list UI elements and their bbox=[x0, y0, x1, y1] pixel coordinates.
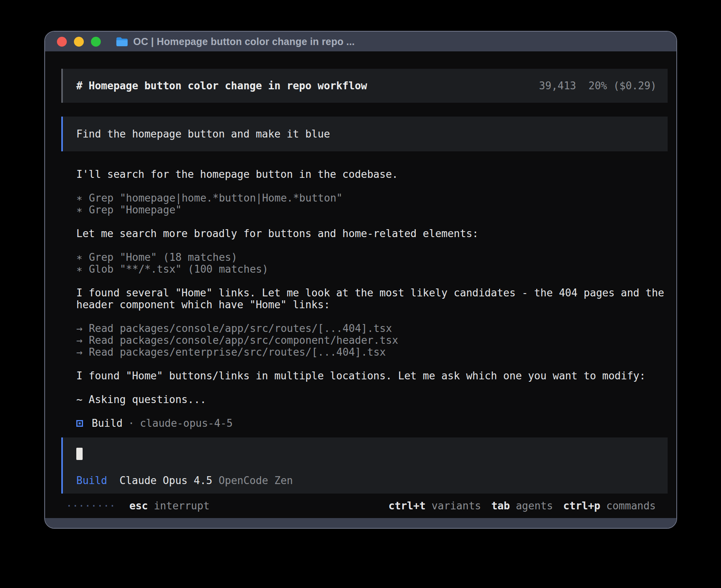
shortcut-label: agents bbox=[516, 500, 553, 512]
tool-call-label: Grep "homepage|home.*button|Home.*button… bbox=[89, 192, 343, 204]
agent-name: Build bbox=[92, 417, 123, 429]
tool-call-label: Grep "Homepage" bbox=[89, 204, 182, 216]
tool-call-label: Read packages/console/app/src/routes/[..… bbox=[89, 322, 392, 334]
tool-call-label: Read packages/console/app/src/component/… bbox=[89, 334, 398, 346]
tool-call-group: ∗ Grep "homepage|home.*button|Home.*butt… bbox=[76, 192, 668, 216]
agent-model-name: claude-opus-4-5 bbox=[140, 417, 233, 429]
shortcut-variants: ctrl+t variants bbox=[389, 500, 481, 512]
assistant-intro-text: I'll search for the homepage button in t… bbox=[76, 168, 668, 180]
shortcut-key: tab bbox=[491, 500, 510, 512]
provider-label: OpenCode Zen bbox=[219, 475, 293, 486]
tool-arrow-icon: → bbox=[76, 334, 83, 346]
assistant-text: I found several "Home" links. Let me loo… bbox=[76, 287, 668, 311]
tool-arrow-icon: → bbox=[76, 346, 83, 358]
tool-call-read: → Read packages/console/app/src/componen… bbox=[76, 334, 668, 346]
close-button[interactable] bbox=[57, 37, 67, 47]
agent-status-line: Build · claude-opus-4-5 bbox=[76, 417, 668, 429]
tool-call-group: → Read packages/console/app/src/routes/[… bbox=[76, 322, 668, 358]
status-bar-right: ctrl+t variants tab agents ctrl+p comman… bbox=[389, 500, 656, 512]
user-message: Find the homepage button and make it blu… bbox=[61, 117, 668, 151]
shortcut-key-esc: esc bbox=[129, 500, 148, 512]
tool-pending-icon: ∗ bbox=[76, 263, 83, 275]
model-label[interactable]: Claude Opus 4.5 bbox=[119, 475, 212, 486]
spinner-dots-icon: ········ bbox=[66, 500, 115, 512]
assistant-text-line: header component which have "Home" links… bbox=[76, 299, 668, 311]
terminal-content[interactable]: # Homepage button color change in repo w… bbox=[45, 51, 676, 518]
minimize-button[interactable] bbox=[74, 37, 84, 47]
tool-call-grep: ∗ Grep "Home" (18 matches) bbox=[76, 251, 668, 263]
traffic-lights bbox=[57, 37, 101, 47]
tool-call-grep: ∗ Grep "Homepage" bbox=[76, 204, 668, 216]
tool-pending-icon: ∗ bbox=[76, 204, 83, 216]
zoom-button[interactable] bbox=[91, 37, 101, 47]
shortcut-label: variants bbox=[432, 500, 481, 512]
status-bar-left: ········ esc interrupt bbox=[66, 500, 210, 512]
status-bar: ········ esc interrupt ctrl+t variants t… bbox=[61, 500, 668, 512]
assistant-text: I found "Home" buttons/links in multiple… bbox=[76, 370, 668, 382]
session-title: # Homepage button color change in repo w… bbox=[76, 80, 367, 92]
mode-label[interactable]: Build bbox=[76, 475, 107, 486]
window-title: OC | Homepage button color change in rep… bbox=[133, 36, 355, 47]
tool-pending-icon: ∗ bbox=[76, 251, 83, 263]
tool-call-read: → Read packages/enterprise/src/routes/[.… bbox=[76, 346, 668, 358]
shortcut-label-interrupt: interrupt bbox=[154, 500, 210, 512]
user-message-text: Find the homepage button and make it blu… bbox=[76, 128, 330, 140]
build-agent-icon bbox=[76, 420, 83, 427]
input-mode-line: Build Claude Opus 4.5 OpenCode Zen bbox=[76, 475, 657, 486]
agent-separator: · bbox=[128, 417, 134, 429]
shortcut-label: commands bbox=[606, 500, 656, 512]
tool-pending-icon: ∗ bbox=[76, 192, 83, 204]
window-bottom-edge bbox=[45, 518, 676, 528]
tool-call-read: → Read packages/console/app/src/routes/[… bbox=[76, 322, 668, 334]
tool-call-glob: ∗ Glob "**/*.tsx" (100 matches) bbox=[76, 263, 668, 275]
tool-call-group: ∗ Grep "Home" (18 matches) ∗ Glob "**/*.… bbox=[76, 251, 668, 275]
shortcut-key: ctrl+p bbox=[563, 500, 600, 512]
assistant-text: Let me search more broadly for buttons a… bbox=[76, 228, 668, 239]
working-status-text: ~ Asking questions... bbox=[76, 394, 668, 405]
tool-call-grep: ∗ Grep "homepage|home.*button|Home.*butt… bbox=[76, 192, 668, 204]
session-token-stats: 39,413 20% ($0.29) bbox=[539, 80, 657, 92]
shortcut-key: ctrl+t bbox=[389, 500, 426, 512]
shortcut-commands: ctrl+p commands bbox=[563, 500, 656, 512]
desktop-background: OC | Homepage button color change in rep… bbox=[0, 0, 721, 588]
folder-icon bbox=[116, 37, 128, 47]
tool-arrow-icon: → bbox=[76, 322, 83, 334]
tool-call-label: Glob "**/*.tsx" (100 matches) bbox=[89, 263, 268, 275]
window-titlebar[interactable]: OC | Homepage button color change in rep… bbox=[45, 32, 676, 51]
terminal-window: OC | Homepage button color change in rep… bbox=[44, 31, 677, 529]
session-header: # Homepage button color change in repo w… bbox=[61, 69, 668, 103]
text-cursor bbox=[76, 448, 83, 460]
tool-call-label: Read packages/enterprise/src/routes/[...… bbox=[89, 346, 386, 358]
shortcut-agents: tab agents bbox=[491, 500, 553, 512]
prompt-input[interactable]: Build Claude Opus 4.5 OpenCode Zen bbox=[61, 437, 668, 494]
assistant-text-line: I found several "Home" links. Let me loo… bbox=[76, 287, 668, 299]
tool-call-label: Grep "Home" (18 matches) bbox=[89, 251, 238, 263]
